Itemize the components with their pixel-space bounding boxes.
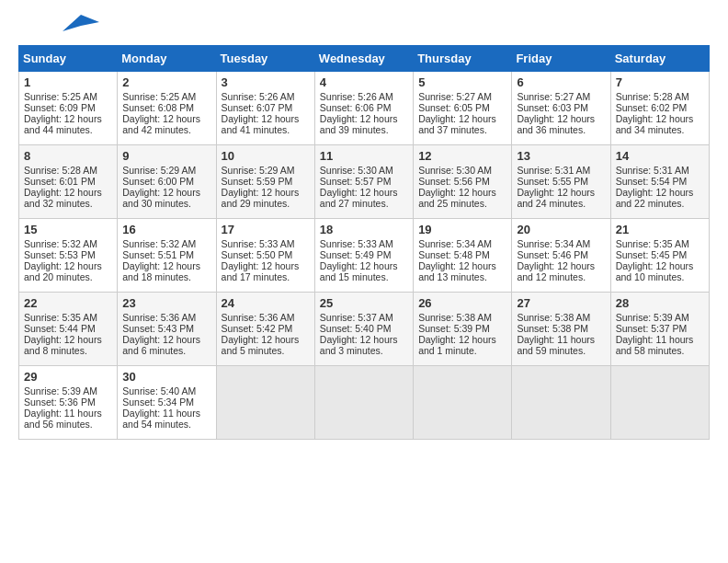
day-number: 12 (418, 149, 506, 163)
daylight-text: Daylight: 12 hours and 18 minutes. (122, 260, 210, 282)
sunrise-text: Sunrise: 5:30 AM (418, 165, 506, 176)
sunset-text: Sunset: 5:40 PM (320, 323, 408, 334)
calendar-cell: 2Sunrise: 5:25 AMSunset: 6:08 PMDaylight… (118, 72, 216, 145)
calendar-cell: 27Sunrise: 5:38 AMSunset: 5:38 PMDayligh… (512, 293, 610, 366)
calendar-header-row: SundayMondayTuesdayWednesdayThursdayFrid… (19, 46, 710, 72)
daylight-text: Daylight: 12 hours and 12 minutes. (517, 260, 605, 282)
sunrise-text: Sunrise: 5:34 AM (517, 238, 605, 249)
day-number: 8 (24, 149, 112, 163)
calendar-cell (314, 366, 413, 440)
calendar-cell: 9Sunrise: 5:29 AMSunset: 6:00 PMDaylight… (118, 145, 216, 219)
sunset-text: Sunset: 6:07 PM (222, 102, 310, 113)
daylight-text: Daylight: 12 hours and 22 minutes. (616, 187, 704, 209)
sunrise-text: Sunrise: 5:32 AM (122, 238, 210, 249)
svg-marker-0 (63, 15, 99, 31)
daylight-text: Daylight: 12 hours and 27 minutes. (320, 187, 408, 209)
sunrise-text: Sunrise: 5:27 AM (517, 91, 605, 102)
daylight-text: Daylight: 11 hours and 56 minutes. (24, 408, 112, 430)
day-number: 5 (418, 75, 506, 89)
sunrise-text: Sunrise: 5:35 AM (616, 238, 704, 249)
sunrise-text: Sunrise: 5:26 AM (320, 91, 408, 102)
calendar-cell: 23Sunrise: 5:36 AMSunset: 5:43 PMDayligh… (118, 293, 216, 366)
calendar-cell: 20Sunrise: 5:34 AMSunset: 5:46 PMDayligh… (512, 219, 610, 293)
logo-bird-icon (63, 15, 99, 31)
calendar-cell: 4Sunrise: 5:26 AMSunset: 6:06 PMDaylight… (314, 72, 413, 145)
sunrise-text: Sunrise: 5:38 AM (418, 312, 506, 323)
calendar-cell: 10Sunrise: 5:29 AMSunset: 5:59 PMDayligh… (216, 145, 314, 219)
day-number: 16 (122, 223, 210, 236)
calendar-cell (414, 366, 512, 440)
day-number: 3 (222, 75, 310, 89)
col-header-saturday: Saturday (610, 46, 709, 72)
calendar-week-1: 1Sunrise: 5:25 AMSunset: 6:09 PMDaylight… (19, 72, 710, 145)
sunset-text: Sunset: 5:57 PM (320, 176, 408, 187)
calendar-cell: 1Sunrise: 5:25 AMSunset: 6:09 PMDaylight… (19, 72, 118, 145)
day-number: 22 (24, 296, 112, 310)
sunset-text: Sunset: 5:51 PM (122, 249, 210, 260)
sunrise-text: Sunrise: 5:28 AM (24, 165, 112, 176)
day-number: 19 (418, 223, 506, 236)
sunset-text: Sunset: 6:05 PM (418, 102, 506, 113)
sunset-text: Sunset: 5:43 PM (122, 323, 210, 334)
day-number: 24 (222, 296, 310, 310)
sunrise-text: Sunrise: 5:40 AM (122, 385, 210, 396)
sunrise-text: Sunrise: 5:36 AM (122, 312, 210, 323)
col-header-monday: Monday (118, 46, 216, 72)
sunset-text: Sunset: 5:44 PM (24, 323, 112, 334)
day-number: 23 (122, 296, 210, 310)
day-number: 15 (24, 223, 112, 236)
daylight-text: Daylight: 12 hours and 42 minutes. (122, 113, 210, 135)
daylight-text: Daylight: 12 hours and 39 minutes. (320, 113, 408, 135)
day-number: 6 (517, 75, 605, 89)
sunrise-text: Sunrise: 5:29 AM (122, 165, 210, 176)
day-number: 11 (320, 149, 408, 163)
daylight-text: Daylight: 12 hours and 1 minute. (418, 334, 506, 356)
sunrise-text: Sunrise: 5:39 AM (24, 385, 112, 396)
daylight-text: Daylight: 12 hours and 10 minutes. (616, 260, 704, 282)
page-header (18, 18, 710, 31)
sunset-text: Sunset: 6:06 PM (320, 102, 408, 113)
daylight-text: Daylight: 12 hours and 6 minutes. (122, 334, 210, 356)
daylight-text: Daylight: 12 hours and 8 minutes. (24, 334, 112, 356)
calendar-cell: 8Sunrise: 5:28 AMSunset: 6:01 PMDaylight… (19, 145, 118, 219)
sunrise-text: Sunrise: 5:33 AM (222, 238, 310, 249)
daylight-text: Daylight: 12 hours and 20 minutes. (24, 260, 112, 282)
calendar-cell: 7Sunrise: 5:28 AMSunset: 6:02 PMDaylight… (610, 72, 709, 145)
daylight-text: Daylight: 12 hours and 30 minutes. (122, 187, 210, 209)
calendar-cell: 30Sunrise: 5:40 AMSunset: 5:34 PMDayligh… (118, 366, 216, 440)
calendar-cell: 22Sunrise: 5:35 AMSunset: 5:44 PMDayligh… (19, 293, 118, 366)
daylight-text: Daylight: 12 hours and 25 minutes. (418, 187, 506, 209)
daylight-text: Daylight: 12 hours and 44 minutes. (24, 113, 112, 135)
day-number: 25 (320, 296, 408, 310)
daylight-text: Daylight: 12 hours and 41 minutes. (222, 113, 310, 135)
col-header-friday: Friday (512, 46, 610, 72)
day-number: 13 (517, 149, 605, 163)
sunrise-text: Sunrise: 5:35 AM (24, 312, 112, 323)
daylight-text: Daylight: 12 hours and 32 minutes. (24, 187, 112, 209)
sunset-text: Sunset: 5:45 PM (616, 249, 704, 260)
calendar-cell: 11Sunrise: 5:30 AMSunset: 5:57 PMDayligh… (314, 145, 413, 219)
day-number: 27 (517, 296, 605, 310)
sunset-text: Sunset: 6:01 PM (24, 176, 112, 187)
daylight-text: Daylight: 12 hours and 24 minutes. (517, 187, 605, 209)
day-number: 1 (24, 75, 112, 89)
col-header-tuesday: Tuesday (216, 46, 314, 72)
col-header-wednesday: Wednesday (314, 46, 413, 72)
sunrise-text: Sunrise: 5:26 AM (222, 91, 310, 102)
sunset-text: Sunset: 6:08 PM (122, 102, 210, 113)
calendar-week-4: 22Sunrise: 5:35 AMSunset: 5:44 PMDayligh… (19, 293, 710, 366)
day-number: 26 (418, 296, 506, 310)
sunset-text: Sunset: 5:53 PM (24, 249, 112, 260)
sunrise-text: Sunrise: 5:28 AM (616, 91, 704, 102)
sunset-text: Sunset: 5:39 PM (418, 323, 506, 334)
calendar-cell: 5Sunrise: 5:27 AMSunset: 6:05 PMDaylight… (414, 72, 512, 145)
daylight-text: Daylight: 12 hours and 29 minutes. (222, 187, 310, 209)
day-number: 2 (122, 75, 210, 89)
day-number: 29 (24, 370, 112, 384)
calendar-cell: 24Sunrise: 5:36 AMSunset: 5:42 PMDayligh… (216, 293, 314, 366)
sunrise-text: Sunrise: 5:25 AM (24, 91, 112, 102)
day-number: 7 (616, 75, 704, 89)
day-number: 10 (222, 149, 310, 163)
sunset-text: Sunset: 5:49 PM (320, 249, 408, 260)
sunset-text: Sunset: 6:09 PM (24, 102, 112, 113)
